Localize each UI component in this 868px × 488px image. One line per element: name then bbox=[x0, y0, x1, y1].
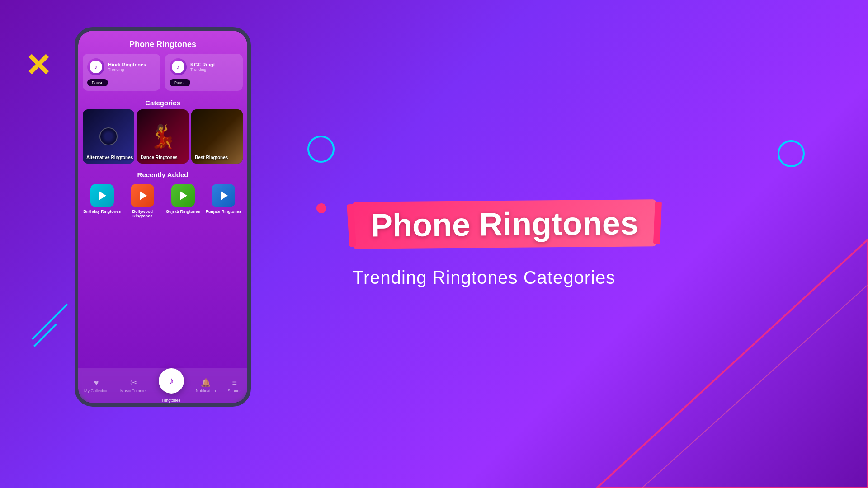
phone-screen: Phone Ringtones ♪ Hindi Ringtones Trendi… bbox=[78, 31, 247, 403]
gujrati-icon bbox=[171, 184, 195, 207]
phone-title: Phone Ringtones bbox=[129, 40, 196, 49]
trending-section: ♪ Hindi Ringtones Trending Pause bbox=[78, 54, 247, 95]
category-dance[interactable]: 💃 Dance Ringtones bbox=[137, 109, 189, 164]
recently-item-gujrati[interactable]: Gujrati Ringtones bbox=[164, 184, 203, 218]
recently-item-birthday[interactable]: Birthday Ringtones bbox=[83, 184, 122, 218]
phone-mockup: Phone Ringtones ♪ Hindi Ringtones Trendi… bbox=[75, 27, 251, 461]
birthday-play-icon bbox=[99, 191, 106, 200]
ringtones-center-btn[interactable]: ♪ bbox=[159, 368, 184, 394]
category-alt-icon bbox=[99, 127, 118, 145]
sounds-icon: ≡ bbox=[232, 378, 237, 388]
bollywood-label: Bollywood Ringtones bbox=[123, 209, 162, 218]
category-alt-label: Alternative Ringtones bbox=[86, 155, 133, 160]
recently-added-label: Recently Added bbox=[83, 167, 243, 181]
trending-card-1[interactable]: ♪ Hindi Ringtones Trending Pause bbox=[83, 54, 160, 91]
recently-added-row: Birthday Ringtones Bollywood Ringtones G… bbox=[83, 181, 243, 218]
birthday-icon bbox=[90, 184, 114, 207]
nav-collection-label: My Collection bbox=[84, 389, 108, 393]
trending-card-2[interactable]: ♪ KGF Ringt... Trending Pause bbox=[165, 54, 243, 91]
bottom-navigation: ♥ My Collection ✂ Music Trimmer ♪ Ringto… bbox=[78, 368, 247, 403]
nav-ringtones-label: Ringtones bbox=[162, 398, 181, 403]
categories-row: Alternative Ringtones 💃 Dance Ringtones … bbox=[78, 109, 247, 167]
phone-app-header: Phone Ringtones bbox=[78, 31, 247, 54]
nav-notification-label: Notification bbox=[196, 389, 216, 393]
recently-item-punjabi[interactable]: Punjabi Ringtones bbox=[204, 184, 243, 218]
nav-sounds[interactable]: ≡ Sounds bbox=[227, 378, 241, 393]
heart-icon: ♥ bbox=[94, 378, 99, 388]
bollywood-icon bbox=[131, 184, 154, 207]
nav-notification[interactable]: 🔔 Notification bbox=[196, 378, 216, 393]
music-note-icon-2: ♪ bbox=[177, 63, 180, 70]
recently-item-bollywood[interactable]: Bollywood Ringtones bbox=[123, 184, 162, 218]
trending-status-1: Trending bbox=[108, 67, 156, 72]
blue-line-decoration bbox=[32, 304, 68, 340]
nav-my-collection[interactable]: ♥ My Collection bbox=[84, 378, 108, 393]
x-decoration: ✕ bbox=[25, 50, 52, 81]
pause-button-1[interactable]: Pause bbox=[87, 79, 108, 86]
title-brush-bg: Phone Ringtones bbox=[353, 199, 657, 249]
punjabi-label: Punjabi Ringtones bbox=[206, 209, 241, 214]
category-dance-icon: 💃 bbox=[149, 123, 177, 150]
bollywood-play-icon bbox=[140, 191, 147, 200]
nav-ringtones[interactable]: ♪ Ringtones bbox=[159, 368, 184, 403]
category-best[interactable]: Best Ringtones bbox=[191, 109, 243, 164]
punjabi-play-icon bbox=[221, 191, 228, 200]
category-best-label: Best Ringtones bbox=[195, 155, 228, 160]
nav-sounds-label: Sounds bbox=[227, 389, 241, 393]
categories-label: Categories bbox=[78, 95, 247, 109]
music-play-btn-2[interactable]: ♪ bbox=[170, 58, 187, 75]
category-alternative[interactable]: Alternative Ringtones bbox=[83, 109, 134, 164]
music-note-nav-icon: ♪ bbox=[169, 375, 174, 387]
punjabi-icon bbox=[212, 184, 235, 207]
music-note-icon-1: ♪ bbox=[94, 63, 98, 70]
main-title: Phone Ringtones bbox=[371, 206, 639, 241]
trending-title-1: Hindi Ringtones bbox=[108, 62, 156, 67]
music-play-btn-1[interactable]: ♪ bbox=[87, 58, 104, 75]
pause-button-2[interactable]: Pause bbox=[170, 79, 190, 86]
right-content-section: Phone Ringtones Trending Ringtones Categ… bbox=[316, 0, 868, 488]
gujrati-label: Gujrati Ringtones bbox=[166, 209, 200, 214]
nav-trimmer-label: Music Trimmer bbox=[120, 389, 147, 393]
category-dance-label: Dance Ringtones bbox=[141, 155, 178, 160]
trending-status-2: Trending bbox=[190, 67, 238, 72]
birthday-label: Birthday Ringtones bbox=[83, 209, 121, 214]
subtitle: Trending Ringtones Categories bbox=[353, 267, 832, 288]
trending-title-2: KGF Ringt... bbox=[190, 62, 238, 67]
scissors-icon: ✂ bbox=[130, 378, 137, 388]
phone-frame: Phone Ringtones ♪ Hindi Ringtones Trendi… bbox=[75, 27, 251, 407]
nav-music-trimmer[interactable]: ✂ Music Trimmer bbox=[120, 378, 147, 393]
bell-icon: 🔔 bbox=[201, 378, 211, 388]
recently-added-section: Recently Added Birthday Ringtones Bollyw… bbox=[78, 167, 247, 218]
gujrati-play-icon bbox=[180, 191, 187, 200]
